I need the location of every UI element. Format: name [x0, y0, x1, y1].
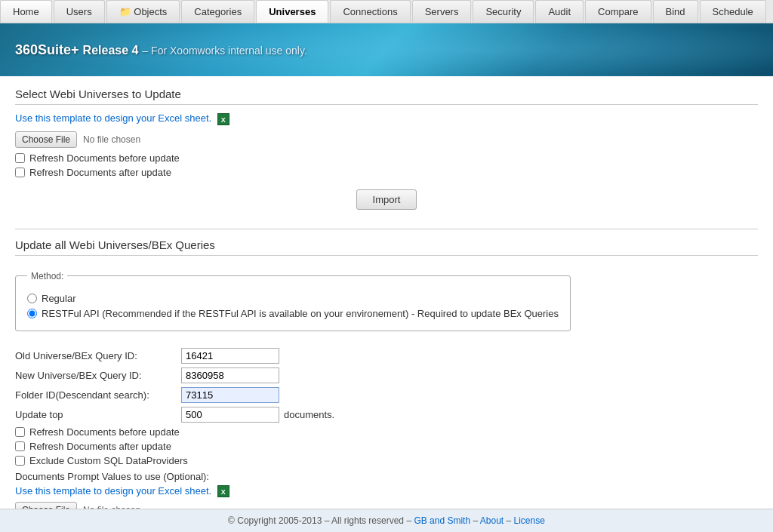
- file-row-1: Choose File No file chosen: [15, 131, 758, 148]
- section-separator: [15, 229, 758, 229]
- section-update-universes: Update all Webi Universes/BEx Queries Me…: [15, 238, 758, 532]
- checkbox-before-label-1: Refresh Documents before update: [29, 152, 180, 164]
- tab-home[interactable]: Home: [0, 0, 52, 23]
- footer: © Copyright 2005-2013 – All rights reser…: [0, 509, 773, 532]
- checkbox-before-input-1[interactable]: [15, 153, 25, 163]
- checkbox-after-label-1: Refresh Documents after update: [29, 167, 171, 178]
- update-top-input[interactable]: [181, 407, 279, 423]
- section-select-universes: Select Webi Universes to Update Use this…: [15, 88, 758, 210]
- folder-icon: 📁: [119, 6, 134, 17]
- old-id-label: Old Universe/BEx Query ID:: [15, 350, 181, 361]
- template-link-2[interactable]: Use this template to design your Excel s…: [15, 485, 211, 497]
- excel-icon-1: X: [217, 113, 229, 125]
- import-btn-row: Import: [15, 189, 758, 210]
- tab-bind[interactable]: Bind: [653, 0, 698, 23]
- app-subtitle: – For Xoomworks internal use only.: [142, 45, 306, 57]
- app-name: 360Suite+: [15, 42, 79, 57]
- footer-license-link[interactable]: License: [514, 515, 545, 526]
- excel-icon-2: X: [217, 485, 229, 497]
- checkbox-exclude-input[interactable]: [15, 456, 25, 466]
- checkbox-after-input-2[interactable]: [15, 441, 25, 451]
- tab-audit[interactable]: Audit: [535, 0, 584, 23]
- radio-regular-row: Regular: [27, 293, 559, 304]
- folder-id-row: Folder ID(Descendant search):: [15, 387, 758, 403]
- tab-universes[interactable]: Universes: [256, 0, 328, 23]
- header-title: 360Suite+ Release 4 – For Xoomworks inte…: [15, 42, 307, 58]
- checkbox-after-input-1[interactable]: [15, 168, 25, 177]
- old-id-row: Old Universe/BEx Query ID:: [15, 348, 758, 364]
- folder-id-input[interactable]: [181, 387, 279, 403]
- checkbox-refresh-after-2: Refresh Documents after update: [15, 441, 758, 452]
- app-release: Release 4: [83, 44, 139, 57]
- radio-regular[interactable]: [27, 294, 37, 303]
- folder-id-label: Folder ID(Descendant search):: [15, 389, 181, 401]
- old-id-input[interactable]: [181, 348, 279, 364]
- update-top-suffix: documents.: [284, 409, 334, 420]
- tab-objects[interactable]: 📁 Objects: [106, 0, 180, 23]
- tab-categories[interactable]: Categories: [181, 0, 254, 23]
- footer-about-link[interactable]: About: [480, 515, 504, 526]
- checkbox-refresh-after-1: Refresh Documents after update: [15, 167, 758, 178]
- method-fieldset: Method: Regular RESTFul API (Recommended…: [15, 271, 571, 331]
- checkbox-after-label-2: Refresh Documents after update: [29, 441, 171, 452]
- section1-title: Select Webi Universes to Update: [15, 88, 758, 105]
- checkbox-before-input-2[interactable]: [15, 427, 25, 437]
- tab-users[interactable]: Users: [54, 0, 105, 23]
- update-top-label: Update top: [15, 409, 181, 420]
- footer-company-link[interactable]: GB and Smith: [414, 515, 470, 526]
- tab-connections[interactable]: Connections: [330, 0, 410, 23]
- checkbox-exclude-label: Exclude Custom SQL DataProviders: [29, 455, 188, 466]
- footer-copyright: © Copyright 2005-2013 – All rights reser…: [228, 515, 411, 526]
- checkbox-before-label-2: Refresh Documents before update: [29, 426, 180, 438]
- tab-servers[interactable]: Servers: [412, 0, 472, 23]
- radio-restful[interactable]: [27, 309, 37, 318]
- radio-restful-label: RESTFul API (Recommended if the RESTFul …: [42, 308, 559, 319]
- tab-schedule[interactable]: Schedule: [700, 0, 766, 23]
- method-legend: Method:: [27, 271, 67, 281]
- no-file-text-1: No file chosen: [83, 134, 140, 145]
- radio-restful-row: RESTFul API (Recommended if the RESTFul …: [27, 308, 559, 319]
- new-id-row: New Universe/BEx Query ID:: [15, 367, 758, 383]
- tab-compare[interactable]: Compare: [585, 0, 651, 23]
- template-link-1[interactable]: Use this template to design your Excel s…: [15, 112, 211, 124]
- new-id-label: New Universe/BEx Query ID:: [15, 370, 181, 381]
- import-button[interactable]: Import: [356, 189, 417, 210]
- update-top-row: Update top documents.: [15, 407, 758, 423]
- main-content: Select Webi Universes to Update Use this…: [0, 76, 773, 532]
- tab-security[interactable]: Security: [473, 0, 534, 23]
- section2-title: Update all Webi Universes/BEx Queries: [15, 238, 758, 256]
- prompt-label: Documents Prompt Values to use (Optional…: [15, 471, 209, 482]
- checkbox-refresh-before-2: Refresh Documents before update: [15, 426, 758, 438]
- new-id-input[interactable]: [181, 367, 279, 383]
- choose-file-btn-1[interactable]: Choose File: [15, 131, 77, 148]
- checkbox-refresh-before-1: Refresh Documents before update: [15, 152, 758, 164]
- nav-tabs: Home Users 📁 Objects Categories Universe…: [0, 0, 773, 23]
- radio-regular-label: Regular: [42, 293, 76, 304]
- header-banner: 360Suite+ Release 4 – For Xoomworks inte…: [0, 23, 773, 76]
- checkbox-exclude-sql: Exclude Custom SQL DataProviders: [15, 455, 758, 466]
